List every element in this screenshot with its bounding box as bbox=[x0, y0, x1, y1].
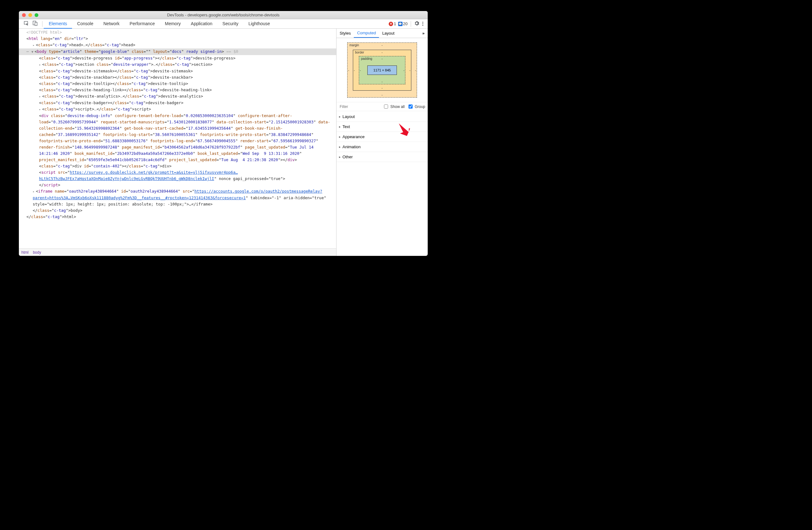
error-count[interactable]: ✕ 1 bbox=[389, 22, 396, 26]
group-other[interactable]: Other bbox=[336, 152, 428, 162]
filter-row: Show all Group bbox=[336, 102, 428, 111]
sidebar: Styles Computed Layout » margin ---- bor… bbox=[336, 29, 428, 256]
close-icon[interactable] bbox=[22, 13, 26, 17]
computed-groups: Layout Text Appearance Animation Other bbox=[336, 111, 428, 163]
group-appearance[interactable]: Appearance bbox=[336, 132, 428, 142]
bm-content-dim: 1171 × 845 bbox=[367, 66, 397, 75]
main-toolbar: Elements Console Network Performance Mem… bbox=[19, 19, 428, 29]
tab-security[interactable]: Security bbox=[217, 19, 243, 29]
group-layout[interactable]: Layout bbox=[336, 112, 428, 122]
device-toggle-icon[interactable] bbox=[33, 21, 38, 27]
breadcrumb: html body bbox=[19, 248, 336, 256]
tab-application[interactable]: Application bbox=[186, 19, 218, 29]
traffic-lights bbox=[19, 13, 38, 17]
tab-network[interactable]: Network bbox=[99, 19, 125, 29]
window-title: DevTools - developers.google.com/web/too… bbox=[19, 13, 428, 17]
tab-performance[interactable]: Performance bbox=[125, 19, 160, 29]
group-label: Group bbox=[415, 104, 425, 109]
message-icon: 💬 bbox=[398, 22, 403, 26]
sidebar-tabs: Styles Computed Layout » bbox=[336, 29, 428, 38]
dom-tree[interactable]: <!DOCTYPE html><html lang="en" dir="ltr"… bbox=[19, 29, 336, 248]
bm-margin-label: margin bbox=[349, 43, 359, 47]
group-animation[interactable]: Animation bbox=[336, 142, 428, 152]
kebab-menu-icon[interactable] bbox=[421, 22, 424, 26]
bm-border-label: border bbox=[355, 51, 364, 54]
error-count-value: 1 bbox=[394, 22, 396, 26]
box-model[interactable]: margin ---- border ---- padding ---- 117… bbox=[336, 38, 428, 102]
tab-lighthouse[interactable]: Lighthouse bbox=[243, 19, 275, 29]
stab-computed[interactable]: Computed bbox=[354, 29, 379, 38]
tab-memory[interactable]: Memory bbox=[160, 19, 186, 29]
error-icon: ✕ bbox=[389, 22, 393, 26]
stab-styles[interactable]: Styles bbox=[336, 29, 354, 38]
bm-padding-label: padding bbox=[361, 57, 372, 60]
tab-console[interactable]: Console bbox=[72, 19, 98, 29]
crumb-body[interactable]: body bbox=[33, 250, 41, 255]
group-text[interactable]: Text bbox=[336, 122, 428, 132]
crumb-html[interactable]: html bbox=[21, 250, 29, 255]
minimize-icon[interactable] bbox=[28, 13, 32, 17]
callout-arrow-icon bbox=[397, 123, 410, 137]
titlebar: DevTools - developers.google.com/web/too… bbox=[19, 11, 428, 19]
devtools-window: DevTools - developers.google.com/web/too… bbox=[19, 11, 428, 256]
more-tabs-icon[interactable]: » bbox=[419, 31, 428, 36]
inspect-icon[interactable] bbox=[24, 21, 29, 27]
elements-pane: <!DOCTYPE html><html lang="en" dir="ltr"… bbox=[19, 29, 336, 256]
filter-input[interactable] bbox=[339, 104, 355, 109]
svg-rect-2 bbox=[35, 22, 37, 26]
panel-tabs: Elements Console Network Performance Mem… bbox=[44, 19, 275, 29]
main-split: <!DOCTYPE html><html lang="en" dir="ltr"… bbox=[19, 29, 428, 256]
showall-label: Show all bbox=[390, 104, 404, 109]
gear-icon[interactable] bbox=[414, 21, 419, 27]
tab-elements[interactable]: Elements bbox=[44, 19, 72, 29]
group-checkbox[interactable]: Group bbox=[407, 103, 425, 110]
message-count-value: 20 bbox=[403, 22, 408, 26]
zoom-icon[interactable] bbox=[34, 13, 38, 17]
message-count[interactable]: 💬 20 bbox=[398, 22, 408, 26]
stab-layout[interactable]: Layout bbox=[379, 29, 397, 38]
showall-checkbox[interactable]: Show all bbox=[383, 103, 404, 110]
